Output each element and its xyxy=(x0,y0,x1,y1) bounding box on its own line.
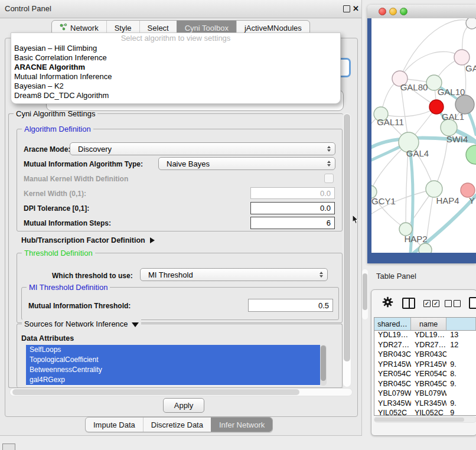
control-panel-titlebar: Control Panel ✕ xyxy=(0,0,361,18)
float-window-icon[interactable] xyxy=(343,5,350,12)
bottom-tab-impute-data[interactable]: Impute Data xyxy=(86,418,143,432)
mi-steps-input[interactable]: 6 xyxy=(250,217,335,229)
bottom-tab-bar: Impute DataDiscretize DataInfer Network xyxy=(85,417,273,432)
node-label: GAL10 xyxy=(438,87,465,97)
algorithm-definition-legend: Algorithm Definition xyxy=(22,125,93,133)
table-row[interactable]: YLR345WYLR345W9. xyxy=(374,399,476,409)
hub-tf-definition-expander[interactable]: Hub/Transcription Factor Definition xyxy=(21,236,155,244)
which-threshold-select[interactable]: MI Threshold xyxy=(140,268,328,281)
settings-hscrollbar-thumb[interactable] xyxy=(12,389,299,395)
table-row[interactable]: YIL052CYIL052C9 xyxy=(374,409,476,416)
attribute-item-betweennesscentrality[interactable]: BetweennessCentrality xyxy=(26,365,320,375)
table-hscrollbar-thumb[interactable] xyxy=(374,418,464,422)
table-cell: YDL19… xyxy=(374,331,411,341)
bottom-tab-infer-network[interactable]: Infer Network xyxy=(211,418,272,432)
node-label: GAL11 xyxy=(377,117,404,127)
gear-icon[interactable] xyxy=(382,296,393,308)
control-panel-scrollbar-thumb[interactable] xyxy=(363,273,367,310)
dpi-tolerance-input[interactable]: 0.0 xyxy=(250,202,335,214)
screen: Control Panel ✕ NetworkStyleSelectCyni T… xyxy=(0,0,476,450)
close-traffic-light-icon[interactable] xyxy=(379,8,386,15)
attribute-item-selfloops[interactable]: SelfLoops xyxy=(26,345,320,355)
data-attributes-label: Data Attributes xyxy=(21,334,74,343)
algorithm-option-bayesian-k2[interactable]: Bayesian – K2 xyxy=(11,81,340,91)
collapse-down-icon xyxy=(132,322,139,327)
aracne-mode-value: Discovery xyxy=(78,145,112,154)
network-canvas[interactable]: GALGAL80GAL10GAL1GAL11SWI4GAL4GCY1HAP4YH… xyxy=(371,18,476,253)
network-node[interactable] xyxy=(466,18,476,29)
table-row[interactable]: YDL19…YDL19…13 xyxy=(374,331,476,341)
bottom-tab-impute-data-label: Impute Data xyxy=(93,420,135,429)
select-all-columns-icon[interactable]: ✓✓ xyxy=(423,300,441,311)
attribute-item-topologicalcoefficient[interactable]: TopologicalCoefficient xyxy=(26,355,320,365)
table-row[interactable]: YER054CYER054C8. xyxy=(374,370,476,380)
network-node[interactable] xyxy=(426,181,442,197)
table-cell xyxy=(446,389,476,399)
algorithm-option-aracne-algorithm[interactable]: ARACNE Algorithm xyxy=(11,63,340,72)
minimize-traffic-light-icon[interactable] xyxy=(389,8,397,15)
algorithm-option-bayesian-hill-climbing[interactable]: Bayesian – Hill Climbing xyxy=(11,44,340,53)
network-edge[interactable] xyxy=(381,107,436,116)
deselect-all-columns-icon[interactable] xyxy=(445,300,462,311)
node-label: GAL xyxy=(465,63,476,73)
network-edge[interactable] xyxy=(400,20,472,79)
tab-network-label: Network xyxy=(70,24,99,32)
table-cell: YBR045C xyxy=(374,380,411,390)
split-panel-icon[interactable] xyxy=(402,298,415,309)
tab-cyni-toolbox-label: Cyni Toolbox xyxy=(185,24,229,32)
which-threshold-label: Which threshold to use: xyxy=(52,272,133,280)
table-row[interactable]: YBR043CYBR043C xyxy=(374,350,476,360)
bottom-tab-infer-network-label: Infer Network xyxy=(219,420,265,429)
algorithm-option-mutual-information-inference[interactable]: Mutual Information Inference xyxy=(11,72,340,81)
column-header-2[interactable] xyxy=(446,318,476,330)
apply-button[interactable]: Apply xyxy=(163,398,204,413)
close-icon[interactable]: ✕ xyxy=(353,0,359,17)
algorithm-option-dream8-dc-tdc-algorithm[interactable]: Dream8 DC_TDC Algorithm xyxy=(11,91,340,100)
table-cell xyxy=(446,350,476,360)
hub-tf-definition-label: Hub/Transcription Factor Definition xyxy=(21,236,145,244)
network-edge[interactable] xyxy=(400,52,462,79)
stepper-arrows-icon xyxy=(327,146,331,152)
column-header-shared[interactable]: shared… xyxy=(374,318,411,330)
algorithm-option-basic-correlation-inference[interactable]: Basic Correlation Inference xyxy=(11,53,340,63)
zoom-traffic-light-icon[interactable] xyxy=(400,8,407,15)
network-window-frame: GALGAL80GAL10GAL1GAL11SWI4GAL4GCY1HAP4YH… xyxy=(367,18,476,263)
attributes-scrollbar-thumb[interactable] xyxy=(321,345,326,381)
new-table-icon-partial[interactable] xyxy=(469,297,476,309)
network-node[interactable] xyxy=(466,145,476,164)
table-row[interactable]: YBR045CYBR045C9. xyxy=(374,380,476,390)
manual-kernel-width-checkbox[interactable] xyxy=(324,174,334,183)
table-row[interactable]: YBL079WYBL079W xyxy=(374,389,476,399)
tab-style-label: Style xyxy=(115,24,132,32)
table-cell: YPR145W xyxy=(411,360,446,370)
mi-algorithm-type-select[interactable]: Naive Bayes xyxy=(158,157,335,170)
table-cell: 9. xyxy=(446,380,476,390)
kernel-width-input: 0.0 xyxy=(250,187,335,199)
table-cell: 8. xyxy=(446,370,476,380)
table-cell: 12 xyxy=(446,341,476,351)
network-node[interactable] xyxy=(441,119,457,136)
column-header-name[interactable]: name xyxy=(411,318,446,330)
algorithm-dropdown-list: Bayesian – Hill ClimbingBasic Correlatio… xyxy=(11,44,340,100)
attribute-item-gal4rgexp[interactable]: gal4RGexp xyxy=(26,375,320,385)
sources-legend[interactable]: Sources for Network Inference xyxy=(22,319,141,328)
aracne-mode-select[interactable]: Discovery xyxy=(70,142,335,155)
bottom-tab-discretize-data[interactable]: Discretize Data xyxy=(143,418,211,432)
table-body: YDL19…YDL19…13YDR27…YDR27…12YBR043CYBR04… xyxy=(374,331,476,416)
network-view-window: GALGAL80GAL10GAL1GAL11SWI4GAL4GCY1HAP4YH… xyxy=(367,5,476,263)
manual-kernel-width-label: Manual Kernel Width Definition xyxy=(24,175,128,183)
corner-widget-partial xyxy=(2,444,15,450)
dpi-tolerance-label: DPI Tolerance [0,1]: xyxy=(24,204,89,213)
network-node[interactable] xyxy=(419,243,432,253)
table-cell: YIL052C xyxy=(411,409,446,416)
table-row[interactable]: YDR27…YDR27…12 xyxy=(374,341,476,351)
network-graph[interactable]: GALGAL80GAL10GAL1GAL11SWI4GAL4GCY1HAP4YH… xyxy=(371,18,476,253)
table-row[interactable]: YPR145WYPR145W9. xyxy=(374,360,476,370)
settings-vscrollbar-thumb[interactable] xyxy=(344,114,350,361)
node-label: HAP4 xyxy=(436,195,459,206)
node-label: SWI4 xyxy=(446,134,468,144)
mi-threshold-input[interactable]: 0.5 xyxy=(248,299,333,312)
data-attributes-list[interactable]: SelfLoopsTopologicalCoefficientBetweenne… xyxy=(26,345,320,386)
bottom-tab-discretize-data-label: Discretize Data xyxy=(151,420,203,429)
table-cell: YBL079W xyxy=(411,389,446,399)
